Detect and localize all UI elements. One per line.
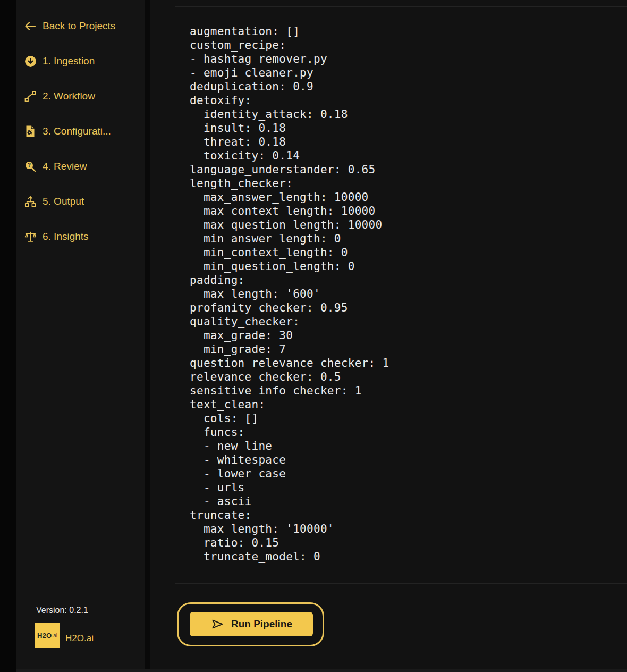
download-circle-icon <box>23 54 37 68</box>
sidebar-item-label: 1. Ingestion <box>43 55 95 67</box>
run-pipeline-label: Run Pipeline <box>231 618 292 630</box>
sidebar-item-label: 6. Insights <box>43 231 89 242</box>
document-gear-icon <box>23 124 37 138</box>
run-pipeline-button[interactable]: Run Pipeline <box>190 612 313 636</box>
sidebar-item-output[interactable]: 5. Output <box>23 184 143 219</box>
scales-icon <box>23 230 37 243</box>
h2o-logo: H2O.ai <box>35 623 60 648</box>
main-content: augmentation: [] custom_recipe: - hashta… <box>150 0 627 672</box>
output-flow-icon <box>23 195 37 208</box>
bottom-scrollbar-strip[interactable] <box>16 669 627 672</box>
sidebar-item-label: 5. Output <box>43 196 84 207</box>
workflow-chart-icon <box>23 89 37 103</box>
back-to-projects-label: Back to Projects <box>43 20 115 32</box>
window-edge-strip <box>0 0 16 672</box>
top-divider-line <box>175 6 627 7</box>
sidebar: Back to Projects 1. Ingestion <box>16 0 145 672</box>
bottom-divider-line <box>175 583 627 584</box>
version-label: Version: 0.2.1 <box>36 606 88 615</box>
back-to-projects-button[interactable]: Back to Projects <box>23 9 143 44</box>
sidebar-item-review[interactable]: ? 4. Review <box>23 149 143 184</box>
sidebar-item-insights[interactable]: 6. Insights <box>23 219 143 254</box>
svg-text:?: ? <box>28 162 31 168</box>
yaml-config-editor[interactable]: augmentation: [] custom_recipe: - hashta… <box>190 24 389 564</box>
sidebar-item-ingestion[interactable]: 1. Ingestion <box>23 44 143 79</box>
sidebar-item-configuration[interactable]: 3. Configurati... <box>23 114 143 149</box>
sidebar-item-label: 3. Configurati... <box>43 125 111 137</box>
h2o-ai-link[interactable]: H2O.ai <box>65 633 94 644</box>
sidebar-main-divider <box>145 0 150 672</box>
sidebar-item-label: 4. Review <box>43 161 87 172</box>
h2o-logo-text: H2O <box>37 632 52 640</box>
back-arrow-icon <box>23 19 37 33</box>
search-question-icon: ? <box>23 159 37 173</box>
send-icon <box>210 617 224 631</box>
h2o-logo-suffix: .ai <box>52 633 57 639</box>
sidebar-item-workflow[interactable]: 2. Workflow <box>23 79 143 114</box>
sidebar-item-label: 2. Workflow <box>43 90 95 102</box>
sidebar-nav: Back to Projects 1. Ingestion <box>23 9 143 254</box>
